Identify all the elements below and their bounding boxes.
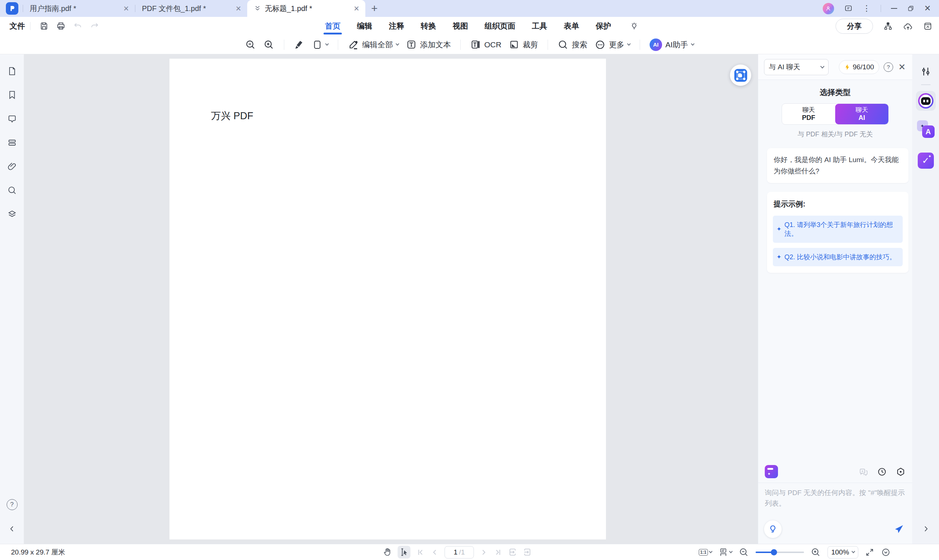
zoom-in-tool[interactable] (263, 39, 274, 50)
tab-comment[interactable]: 注释 (389, 17, 404, 35)
pdf-page[interactable]: 万兴 PDF (169, 58, 606, 540)
bookmarks-panel-icon[interactable] (7, 90, 17, 100)
zoom-slider-knob[interactable] (771, 549, 777, 555)
search-label: 搜索 (572, 40, 587, 50)
chevron-down-icon (627, 42, 631, 46)
next-view-button[interactable] (523, 548, 532, 557)
ai-assistant-label: AI助手 (665, 40, 688, 50)
document-tab-3-active[interactable]: 无标题_1.pdf * ✕ (247, 0, 365, 17)
restore-button[interactable] (907, 5, 914, 12)
chat-input[interactable]: 询问与 PDF 无关的任何内容。按 "#"唤醒提示列表。 (758, 483, 912, 520)
tab-convert[interactable]: 转换 (421, 17, 436, 35)
close-window-button[interactable]: ✕ (924, 5, 931, 12)
previous-page-button[interactable] (430, 548, 439, 557)
user-avatar[interactable] (823, 3, 834, 14)
ai-badge-icon: AI (650, 38, 662, 51)
close-tab-icon[interactable]: ✕ (235, 5, 242, 13)
file-menu[interactable]: 文件 (9, 21, 25, 31)
shape-tool[interactable] (312, 40, 328, 50)
tab-view[interactable]: 视图 (453, 17, 468, 35)
chat-mode-select[interactable]: 与 AI 聊天 (764, 59, 828, 75)
example-prompt-2[interactable]: ✦ Q2. 比较小说和电影中讲故事的技巧。 (773, 248, 903, 266)
comments-panel-icon[interactable] (7, 114, 17, 124)
document-tab-2[interactable]: PDF 文件包_1.pdf * ✕ (135, 0, 247, 17)
settings-icon[interactable] (896, 467, 906, 477)
sitemap-icon[interactable] (883, 21, 893, 31)
minimize-button[interactable] (891, 8, 897, 9)
zoom-in-button[interactable] (811, 547, 821, 557)
tab-protect[interactable]: 保护 (596, 17, 611, 35)
properties-sliders-icon[interactable] (920, 66, 931, 77)
close-panel-icon[interactable]: ✕ (897, 62, 907, 72)
attachments-panel-icon[interactable] (7, 162, 17, 172)
tab-tools[interactable]: 工具 (532, 17, 547, 35)
document-canvas[interactable]: 万兴 PDF (24, 54, 758, 544)
layers-panel-icon[interactable] (7, 209, 17, 219)
fullscreen-button[interactable] (865, 548, 874, 557)
search-panel-icon[interactable] (7, 185, 17, 195)
ocr-button[interactable]: OCR (470, 39, 502, 50)
save-icon[interactable] (35, 21, 52, 31)
translate-icon[interactable]: ✦ A (917, 120, 934, 138)
more-menu-icon[interactable]: ⋮ (863, 5, 871, 12)
zoom-level-select[interactable]: 100% (828, 546, 858, 558)
page-layout-button[interactable] (719, 548, 732, 557)
tab-home[interactable]: 首页 (325, 17, 340, 35)
inspiration-bulb-button[interactable] (764, 520, 782, 538)
tab-edit[interactable]: 编辑 (357, 17, 372, 35)
lumi-ai-robot-icon[interactable] (916, 91, 936, 111)
sparkle-icon: ✦ (776, 226, 781, 232)
zoom-out-button[interactable] (739, 547, 749, 557)
ai-assistant-button[interactable]: AI AI助手 (650, 38, 694, 51)
history-icon[interactable] (877, 467, 887, 477)
expand-panel-icon[interactable] (922, 525, 930, 533)
help-button[interactable]: ? (6, 499, 18, 510)
redo-icon[interactable] (86, 21, 103, 31)
select-tool-active[interactable] (398, 546, 411, 558)
zoom-out-tool[interactable] (245, 39, 256, 50)
prompt-library-icon[interactable]: ✦ (765, 465, 778, 478)
hand-tool[interactable] (382, 547, 392, 557)
last-page-button[interactable] (494, 548, 502, 557)
collapse-sidebar-icon[interactable] (8, 525, 16, 533)
first-page-button[interactable] (416, 548, 425, 557)
print-icon[interactable] (52, 21, 69, 31)
panel-help-icon[interactable]: ? (884, 62, 893, 72)
zoom-slider[interactable] (756, 549, 804, 555)
app-logo-icon[interactable] (6, 2, 18, 15)
split-view-panel-icon[interactable] (7, 137, 17, 148)
tab-form[interactable]: 表单 (564, 17, 579, 35)
lightbulb-icon[interactable] (630, 22, 639, 31)
next-page-button[interactable] (479, 548, 488, 557)
chat-mode-value: 与 AI 聊天 (769, 62, 800, 72)
more-button[interactable]: 更多 (594, 39, 630, 50)
share-button[interactable]: 分享 (836, 19, 873, 34)
tab-organize-pages[interactable]: 组织页面 (485, 17, 515, 35)
thumbnails-panel-icon[interactable] (7, 66, 17, 76)
highlighter-tool[interactable] (294, 39, 305, 50)
collapse-toolbar-icon[interactable] (923, 22, 933, 31)
page-number-input[interactable]: 1 /1 (445, 546, 474, 558)
feedback-icon[interactable] (844, 4, 853, 13)
close-tab-icon[interactable]: ✕ (353, 5, 360, 13)
add-text-button[interactable]: 添加文本 (406, 39, 451, 50)
chat-ai-option-selected[interactable]: 聊天 AI (835, 104, 888, 124)
send-button[interactable] (893, 524, 904, 535)
collapse-statusbar-button[interactable] (881, 548, 891, 557)
new-tab-button[interactable]: + (371, 3, 378, 14)
cloud-upload-icon[interactable] (903, 21, 913, 31)
crop-button[interactable]: 裁剪 (509, 39, 538, 50)
undo-icon[interactable] (69, 21, 86, 31)
edit-all-button[interactable]: 编辑全部 (348, 39, 399, 50)
document-tab-1[interactable]: 用户指南.pdf * ✕ (23, 0, 135, 17)
previous-view-button[interactable] (508, 548, 517, 557)
new-chat-icon[interactable] (858, 467, 868, 477)
search-button[interactable]: 搜索 (557, 39, 587, 50)
field-recognition-button[interactable] (730, 65, 751, 86)
proofread-icon[interactable]: ✓✦ (918, 152, 934, 169)
double-chevron-down-icon[interactable] (254, 5, 261, 12)
example-prompt-1[interactable]: ✦ Q1. 请列举3个关于新年旅行计划的想法。 (773, 215, 903, 243)
actual-size-button[interactable]: 1:1 (699, 549, 712, 555)
close-tab-icon[interactable]: ✕ (123, 5, 130, 13)
chat-pdf-option[interactable]: 聊天 PDF (782, 104, 835, 124)
